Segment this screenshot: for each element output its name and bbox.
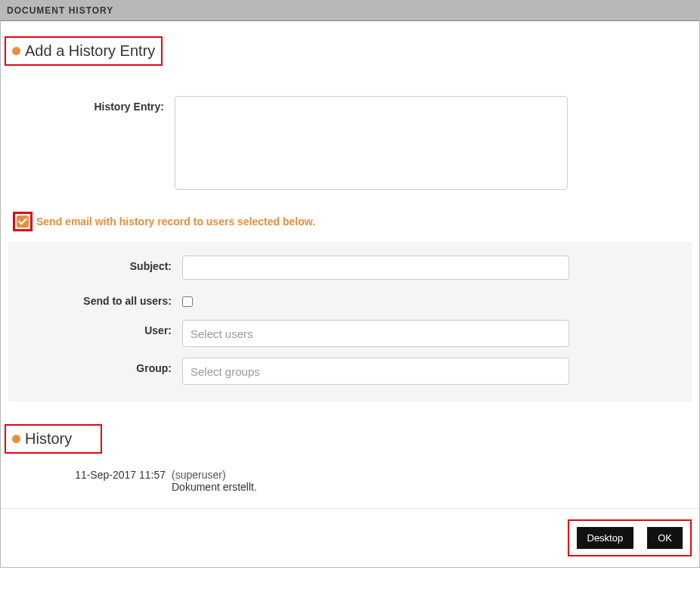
send-all-label: Send to all users: xyxy=(16,290,182,307)
history-entry-body: (superuser) Dokument erstellt. xyxy=(172,469,692,493)
document-history-panel: DOCUMENT HISTORY Add a History Entry His… xyxy=(0,0,700,568)
desktop-button[interactable]: Desktop xyxy=(577,527,634,549)
subject-label: Subject: xyxy=(16,256,182,272)
row-history-entry: History Entry: xyxy=(8,96,692,192)
group-label: Group: xyxy=(16,358,182,374)
group-cell: Select groups xyxy=(182,358,583,385)
user-select[interactable]: Select users xyxy=(182,320,569,347)
add-history-heading: Add a History Entry xyxy=(6,38,161,64)
history-entry-label: History Entry: xyxy=(8,96,175,113)
group-select[interactable]: Select groups xyxy=(182,358,569,385)
history-entry-textarea[interactable] xyxy=(175,96,568,190)
subject-input[interactable] xyxy=(182,256,569,280)
ok-button[interactable]: OK xyxy=(647,527,683,549)
topbar: DOCUMENT HISTORY xyxy=(1,0,699,21)
highlight-email-checkbox xyxy=(13,212,33,231)
row-send-email: Send email with history record to users … xyxy=(13,212,692,231)
history-heading-text: History xyxy=(25,430,72,448)
add-history-heading-wrap: Add a History Entry xyxy=(5,36,163,66)
footer: Desktop OK xyxy=(1,508,699,567)
add-history-form: History Entry: Send email with history r… xyxy=(1,66,699,401)
row-send-all: Send to all users: xyxy=(16,290,684,309)
send-email-checkbox[interactable] xyxy=(17,215,29,228)
content-area: Add a History Entry History Entry: Send … xyxy=(1,21,699,567)
history-heading: History xyxy=(6,426,78,452)
email-options-panel: Subject: Send to all users: User: xyxy=(8,242,692,401)
row-user: User: Select users xyxy=(16,320,684,347)
topbar-title: DOCUMENT HISTORY xyxy=(7,5,113,16)
subject-cell xyxy=(182,256,583,280)
send-all-cell xyxy=(182,290,583,309)
row-group: Group: Select groups xyxy=(16,358,684,385)
history-entry-date: 11-Sep-2017 11:57 xyxy=(8,469,172,493)
highlight-add-heading: Add a History Entry xyxy=(5,36,163,66)
history-entry-user: (superuser) xyxy=(172,469,692,481)
send-all-checkbox[interactable] xyxy=(182,296,193,307)
add-history-heading-text: Add a History Entry xyxy=(25,42,155,60)
history-entry-cell xyxy=(175,96,575,192)
bullet-icon xyxy=(12,435,20,443)
group-placeholder: Select groups xyxy=(190,365,260,378)
user-label: User: xyxy=(16,320,182,336)
user-placeholder: Select users xyxy=(190,327,253,340)
history-list: 11-Sep-2017 11:57 (superuser) Dokument e… xyxy=(1,454,699,508)
send-email-label: Send email with history record to users … xyxy=(36,215,315,228)
highlight-footer-buttons: Desktop OK xyxy=(568,519,692,556)
history-entry: 11-Sep-2017 11:57 (superuser) Dokument e… xyxy=(8,469,692,493)
highlight-history-heading: History xyxy=(5,424,102,454)
user-cell: Select users xyxy=(182,320,583,347)
bullet-icon xyxy=(12,47,20,55)
history-entry-message: Dokument erstellt. xyxy=(172,481,692,493)
row-subject: Subject: xyxy=(16,256,684,280)
history-heading-wrap: History xyxy=(5,424,102,454)
